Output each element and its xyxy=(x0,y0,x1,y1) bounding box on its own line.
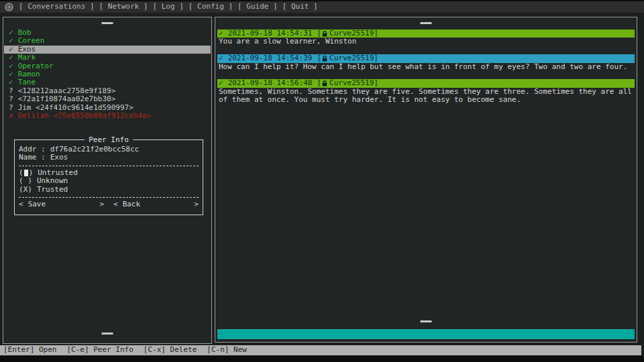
verified-check-icon: ✓ xyxy=(9,45,13,54)
message-input[interactable] xyxy=(217,329,635,339)
lock-icon xyxy=(322,31,327,37)
scroll-indicator-top xyxy=(102,22,113,24)
cipher-label: Curve25519 xyxy=(329,54,374,62)
peer-name-value: Exos xyxy=(50,154,68,162)
scroll-indicator-bottom xyxy=(421,320,432,322)
message-text: You are a slow learner, Winston xyxy=(217,38,635,46)
lock-icon xyxy=(322,80,327,86)
hint-peer-info: [C-e] Peer Info xyxy=(66,346,133,354)
peer-info-dialog: Peer Info Addr :df76a2c21f2e0bcc58cc Nam… xyxy=(14,139,203,215)
message: ✓ 2021-09-18 14:56:48 [ Curve25519 ] Som… xyxy=(217,79,635,104)
message-header: ✓ 2021-09-18 14:56:48 [ Curve25519 ] xyxy=(217,79,635,87)
unknown-question-icon: ? xyxy=(9,86,13,95)
scroll-indicator-top xyxy=(421,22,432,24)
menu-item-conversations[interactable]: [ Conversations ] xyxy=(19,3,95,11)
verified-check-icon: ✓ xyxy=(9,36,13,45)
verified-check-icon: ✓ xyxy=(9,70,13,78)
verified-check-icon: ✓ xyxy=(9,62,13,70)
peer-addr-row: Addr :df76a2c21f2e0bcc58cc xyxy=(19,145,199,154)
chat-panel: ✓ 2021-09-18 14:54:31 [ Curve25519 ] You… xyxy=(215,17,637,343)
contact-row-delilah-blocked[interactable]: ✗Delilah <75e8550b89af912ceb4a> xyxy=(4,112,211,120)
separator xyxy=(19,166,199,166)
menu-item-network[interactable]: [ Network ] xyxy=(99,3,148,11)
peer-info-title: Peer Info xyxy=(85,136,133,144)
contacts-panel: ✓Bob ✓Coreen ✓Exos ✓Mark ✓Operator ✓Ramo… xyxy=(3,17,212,344)
menu-bar: [ Conversations ] [ Network ] [ Log ] [ … xyxy=(0,1,644,13)
hint-delete: [C-x] Delete xyxy=(144,346,197,354)
save-button[interactable]: <Save> xyxy=(19,200,104,208)
message-timestamp: 2021-09-18 14:56:48 xyxy=(228,79,313,87)
hint-new: [C-n] New xyxy=(207,346,247,354)
text-cursor xyxy=(24,170,28,176)
menu-item-log[interactable]: [ Log ] xyxy=(152,3,183,11)
message-list: ✓ 2021-09-18 14:54:31 [ Curve25519 ] You… xyxy=(217,29,635,113)
contact-row-mark[interactable]: ✓Mark xyxy=(4,54,211,62)
delivered-check-icon: ✓ xyxy=(219,79,223,87)
message-text: Sometimes, Winston. Sometimes they are f… xyxy=(217,88,635,105)
contact-list: ✓Bob ✓Coreen ✓Exos ✓Mark ✓Operator ✓Ramo… xyxy=(4,29,211,120)
contact-row-unknown-2[interactable]: ?<72a1f10874aa02e7bb30> xyxy=(4,95,211,103)
back-button[interactable]: <Back> xyxy=(113,200,199,208)
peer-name-row: Name :Exos xyxy=(19,154,199,162)
menu-item-guide[interactable]: [ Guide ] xyxy=(237,3,278,11)
contact-row-coreen[interactable]: ✓Coreen xyxy=(4,37,211,45)
radio-unknown[interactable]: ( ) Unknown xyxy=(19,177,199,185)
status-bar: [Enter] Open [C-e] Peer Info [C-x] Delet… xyxy=(0,345,641,355)
radio-trusted[interactable]: (X) Trusted xyxy=(19,186,199,194)
message: ✓ 2021-09-18 14:54:39 [ Curve25519 ] How… xyxy=(217,54,635,71)
unknown-question-icon: ? xyxy=(9,95,13,103)
message-text: How can I help it? How can I help but se… xyxy=(217,63,635,71)
blocked-x-icon: ✗ xyxy=(9,111,13,120)
verified-check-icon: ✓ xyxy=(9,78,13,86)
menu-item-quit[interactable]: [ Quit ] xyxy=(282,3,318,11)
menu-item-config[interactable]: [ Config ] xyxy=(189,3,233,11)
delivered-check-icon: ✓ xyxy=(219,54,223,62)
message-header: ✓ 2021-09-18 14:54:39 [ Curve25519 ] xyxy=(217,54,635,62)
message: ✓ 2021-09-18 14:54:31 [ Curve25519 ] You… xyxy=(217,29,635,46)
verified-check-icon: ✓ xyxy=(9,28,13,37)
terminal-screen: [ Conversations ] [ Network ] [ Log ] [ … xyxy=(0,1,644,356)
app-logo-icon xyxy=(5,3,13,11)
unknown-question-icon: ? xyxy=(9,103,13,112)
scroll-indicator-bottom xyxy=(102,333,113,335)
verified-check-icon: ✓ xyxy=(9,53,13,62)
cipher-label: Curve25519 xyxy=(329,79,374,87)
contact-row-tane[interactable]: ✓Tane xyxy=(4,78,211,86)
hint-open: [Enter] Open xyxy=(3,346,56,354)
message-timestamp: 2021-09-18 14:54:39 xyxy=(228,54,313,62)
separator xyxy=(19,197,199,198)
lock-icon xyxy=(322,56,327,62)
